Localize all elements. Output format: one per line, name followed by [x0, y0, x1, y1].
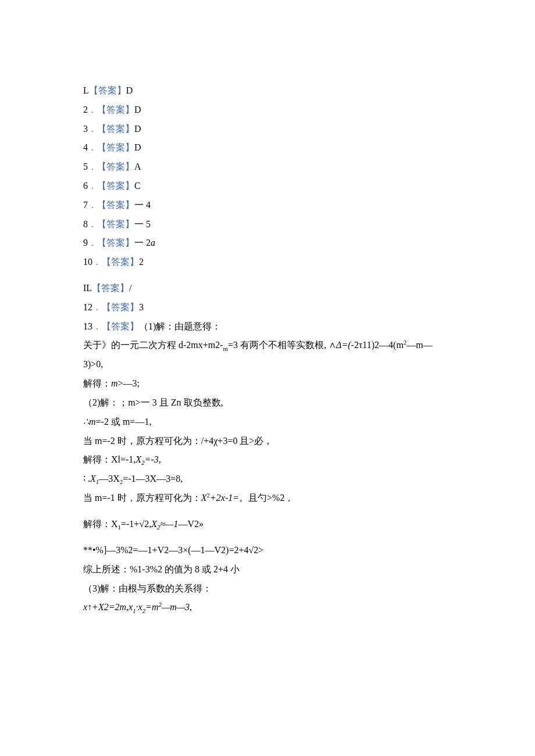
text-it: X	[90, 474, 96, 483]
ans-label: ．【答案】	[88, 162, 134, 171]
ans-num: 7	[83, 200, 88, 210]
text: 解得：X	[83, 519, 118, 529]
ans-val: 2	[139, 257, 144, 267]
q13-p15: x↑+X2=2m,x1·x2=m2—m—3,	[83, 598, 535, 617]
answer-row-5: 5．【答案】A	[83, 157, 535, 177]
ans-label: ．【答案】	[92, 302, 139, 312]
answer-row-9: 9．【答案】一 2a	[83, 234, 535, 253]
text-it: ∴m	[83, 417, 96, 427]
answer-row-1: L【答案】D	[83, 81, 535, 101]
text: （2)解：；m>一 3 且 Zn 取负整数,	[83, 397, 223, 407]
text-it: =m	[145, 603, 158, 612]
subscript: m	[223, 345, 228, 352]
text-it: X	[151, 519, 157, 529]
text: 解得：Xl=-1,	[83, 454, 135, 464]
text: 解得：	[83, 378, 111, 388]
text: **•%]—3%2=—1+V2—3×(—1—V2)=2+4√2>	[83, 545, 263, 555]
answer-row-2: 2．【答案】D	[83, 101, 535, 120]
ans-val: D	[134, 142, 141, 152]
ans-val: 一 5	[134, 219, 151, 229]
ans-num: 8	[83, 219, 88, 229]
ans-label: ．【答案】	[88, 105, 134, 114]
text-it: x↑+X2=2m,x	[83, 603, 133, 612]
ans-val: C	[134, 181, 141, 191]
text: ∶ .	[83, 474, 90, 483]
answer-row-7: 7．【答案】一 4	[83, 196, 535, 215]
text: —V2»	[178, 519, 204, 529]
ans-num: 2	[83, 105, 88, 114]
ans-num: 4	[83, 142, 88, 152]
ans-val: 3	[139, 302, 144, 312]
text: 3)>0,	[83, 359, 103, 369]
text: （3)解：由根与系数的关系得：	[83, 583, 212, 593]
text-it: X	[135, 454, 141, 464]
q13-p5: （2)解：；m>一 3 且 Zn 取负整数,	[83, 393, 535, 413]
answer-row-6: 6．【答案】C	[83, 177, 535, 196]
q13-num: 13	[83, 321, 92, 331]
text: —m—	[406, 341, 432, 350]
text: 当 m=-1 时，原方程可化为：	[83, 493, 201, 503]
text-it: m	[111, 378, 118, 388]
ans-label: ．【答案】	[88, 124, 134, 134]
text: =-1—3X—3=8,	[123, 474, 183, 483]
q13-p10: 当 m=-1 时，原方程可化为：X2+2x-1=。且勺>%2，	[83, 489, 535, 508]
text: -2τ11)2—4(m	[351, 341, 404, 350]
q13-p7: 当 m=-2 时，原方程可化为：/+4χ+3=0 且>必，	[83, 432, 535, 451]
ans-label: 【答案】	[89, 85, 126, 95]
answer-row-8: 8．【答案】一 5	[83, 215, 535, 234]
ans-num: 12	[83, 302, 92, 312]
ans-val: D	[126, 85, 133, 95]
ans-val-it: a	[151, 238, 155, 248]
ans-label: ．【答案】	[92, 257, 139, 267]
text: 。且勺>%2，	[239, 493, 294, 503]
ans-val: /	[129, 283, 131, 293]
q13-p3: 3)>0,	[83, 355, 535, 374]
text: =-2 或 m=—1,	[96, 417, 152, 427]
text: —3	[99, 474, 113, 483]
ans-val-prefix: 一 2	[134, 238, 151, 248]
ans-num: 10	[83, 257, 92, 267]
answer-row-12: 12．【答案】3	[83, 298, 535, 317]
text: 当 m=-2 时，原方程可化为：/+4χ+3=0 且>必，	[83, 436, 273, 446]
text-it: +2x-1=	[210, 493, 239, 503]
text: 综上所述：%1-3%2 的值为 8 或 2+4 小	[83, 564, 240, 574]
ans-num: 6	[83, 181, 88, 191]
ans-num: IL	[83, 283, 92, 293]
answer-row-11: IL【答案】/	[83, 279, 535, 298]
q13-p9: ∶ .X1—3X2=-1—3X—3=8,	[83, 470, 535, 489]
text-it: =-3,	[145, 454, 161, 464]
q13-p11: 解得：X1=-1+√2,X2≈—1—V2»	[83, 515, 535, 534]
q13-rest: （1)解：由题意得：	[139, 321, 221, 331]
ans-val: 一 4	[134, 200, 151, 210]
q13-p6: ∴m=-2 或 m=—1,	[83, 413, 535, 432]
text-it: X	[201, 493, 207, 503]
text: =-1+√2,	[121, 519, 151, 529]
ans-label: ．【答案】	[88, 142, 134, 152]
ans-val: D	[134, 105, 141, 114]
ans-num: L	[83, 85, 89, 95]
text-it: ·x	[136, 603, 142, 612]
text-it: Δ=(	[336, 341, 351, 350]
q13-p2: 关于》的一元二次方程 d-2mx+m2-m=3 有两个不相等实数根, ∧Δ=(-…	[83, 336, 535, 355]
ans-num: 5	[83, 162, 88, 171]
text-it: —m—3,	[162, 603, 192, 612]
q13-head: 13．【答案】（1)解：由题意得：	[83, 317, 535, 336]
ans-label: ．【答案】	[88, 200, 134, 210]
answer-row-4: 4．【答案】D	[83, 138, 535, 157]
q13-p4: 解得：m>—3;	[83, 374, 535, 393]
text: X	[113, 474, 120, 483]
ans-label: ．【答案】	[88, 219, 134, 229]
text: =3 有两个不相等实数根, ∧	[228, 341, 336, 350]
ans-label: ．【答案】	[88, 181, 134, 191]
ans-num: 9	[83, 238, 88, 248]
text: >—3;	[118, 378, 140, 388]
ans-val: A	[134, 162, 141, 171]
q13-p8: 解得：Xl=-1,X2=-3,	[83, 450, 535, 470]
ans-label: 【答案】	[92, 283, 129, 293]
q13-p14: （3)解：由根与系数的关系得：	[83, 579, 535, 599]
q13-p13: 综上所述：%1-3%2 的值为 8 或 2+4 小	[83, 560, 535, 579]
answer-row-3: 3．【答案】D	[83, 120, 535, 139]
q13-p12: **•%]—3%2=—1+V2—3×(—1—V2)=2+4√2>	[83, 541, 535, 560]
ans-label: ．【答案】	[88, 238, 134, 248]
q13-label: ．【答案】	[92, 321, 139, 331]
